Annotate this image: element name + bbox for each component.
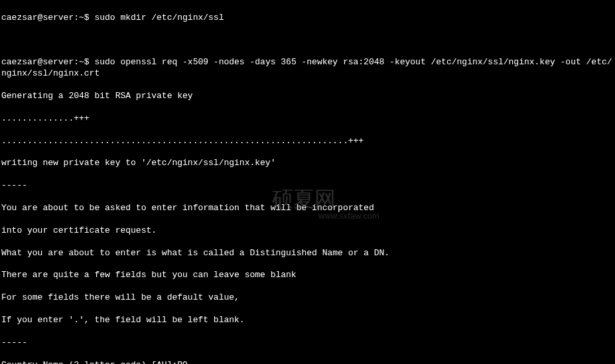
output-line: You are about to be asked to enter infor… <box>1 203 614 214</box>
command-text: sudo mkdir /etc/nginx/ssl <box>94 13 224 23</box>
terminal-output[interactable]: caezsar@server:~$ sudo mkdir /etc/nginx/… <box>1 1 614 364</box>
output-line: There are quite a few fields but you can… <box>1 270 614 281</box>
output-line: Generating a 2048 bit RSA private key <box>1 91 614 102</box>
output-line: ..............+++ <box>1 113 614 125</box>
blank-line <box>1 35 614 46</box>
output-line: into your certificate request. <box>1 225 614 237</box>
output-line: ----- <box>1 337 614 349</box>
output-line: For some fields there will be a default … <box>1 292 614 304</box>
output-line: writing new private key to '/etc/nginx/s… <box>1 158 614 169</box>
command-line: caezsar@server:~$ sudo mkdir /etc/nginx/… <box>1 13 614 24</box>
command-line: caezsar@server:~$ sudo openssl req -x509… <box>1 57 614 80</box>
output-line: If you enter '.', the field will be left… <box>1 315 614 326</box>
output-line: What you are about to enter is what is c… <box>1 248 614 259</box>
input-line: Country Name (2 letter code) [AU]:RO <box>1 360 614 365</box>
output-line: ........................................… <box>1 136 614 147</box>
output-line: ----- <box>1 180 614 192</box>
prompt: caezsar@server:~$ <box>1 57 94 67</box>
prompt: caezsar@server:~$ <box>1 13 94 23</box>
